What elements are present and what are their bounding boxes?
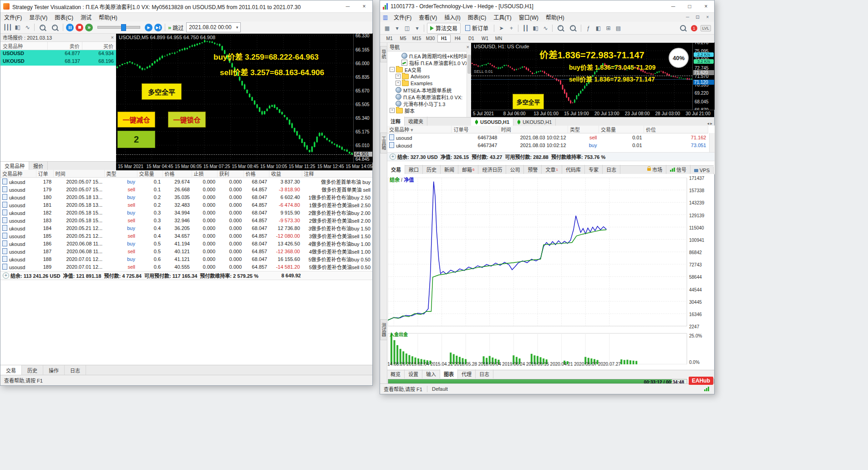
market-watch-close-icon[interactable]: × [111,35,114,40]
timeframe-mn[interactable]: MN [492,35,505,42]
trade-row-1[interactable]: usousd1792020.05.07 15...sell0.126.6680.… [0,185,372,193]
tree-expander-icon[interactable]: + [396,74,401,79]
trade-row-5[interactable]: usousd1832020.05.18 15...sell0.332.9460.… [0,216,372,224]
child-control-0[interactable]: ─ [683,13,692,22]
trades-col-0[interactable]: 交易品种 [0,170,36,178]
positions-col-2[interactable]: 时间 [499,126,568,133]
positions-col-5[interactable]: 价位 [644,126,708,133]
bars-mode-icon[interactable]: ┃┃ [521,24,530,33]
filter-dropdown-icon[interactable]: ▾ [409,127,413,133]
bottom-tab-3[interactable]: 日志 [65,365,86,375]
navigator-tab-1[interactable]: 收藏夹 [405,117,427,126]
bottom-tab-0[interactable]: 交易 [0,365,22,375]
positions-col-0[interactable]: 交易品种 ▾ [387,126,452,133]
left-menu-1[interactable]: 显示(V) [25,12,51,22]
mw-tab-0[interactable]: 交易品种 [0,162,29,170]
fast-forward-button[interactable]: » [85,24,93,31]
trades-col-3[interactable]: 类型 [104,170,137,178]
mw-row-1[interactable]: UKOUSD68.13768.196 [0,58,116,66]
trade-row-2[interactable]: ukousd1802020.05.18 13...buy0.235.0350.0… [0,193,372,201]
close-button[interactable]: × [698,1,714,12]
new-chart-icon[interactable]: ▦ [382,24,391,33]
tree-expander-icon[interactable]: + [390,108,395,113]
main-chart[interactable]: USOUSD, H1: US Crude 价差1.836=72.983-71.1… [471,42,714,117]
timeframe-h4[interactable]: H4 [451,35,464,42]
left-menu-2[interactable]: 图表(C) [51,12,77,22]
trade-row-7[interactable]: usousd1852020.05.21 12...sell0.434.6570.… [0,232,372,240]
close-all-button[interactable]: 多空全平 [513,94,544,109]
trade-row-3[interactable]: usousd1812020.05.18 13...sell0.232.4830.… [0,201,372,209]
position-row-1[interactable]: ukousd64673472021.08.03 10:02:12buy0.017… [387,141,708,149]
step-forward-button[interactable]: ▶ [154,24,162,31]
trade-row-0[interactable]: ukousd1782020.05.07 15...buy0.129.6740.0… [0,178,372,186]
cursor-icon[interactable]: ➤ [497,24,506,33]
toolbox-tab-11[interactable]: 日志 [603,165,620,174]
maximize-button[interactable]: □ [681,1,698,12]
trade-row-4[interactable]: ukousd1822020.05.18 15...buy0.334.9940.0… [0,209,372,216]
datetime-combobox[interactable]: 2021.08.02 00:00▾ [186,22,241,32]
trades-col-10[interactable]: 注释 [302,170,372,178]
navigator-tab-0[interactable]: 注释 [387,117,405,126]
positions-col-4[interactable]: 交易量 [599,126,644,133]
toolbox-tab-8[interactable]: 文章1 [542,165,562,174]
tester-tab-2[interactable]: 输入 [422,369,440,378]
mw-tab-1[interactable]: 报价 [29,162,48,170]
right-menu-4[interactable]: 工具(T) [490,12,515,22]
zoom-in-icon[interactable]: + [37,23,48,32]
toolbox-tab-4[interactable]: 邮箱6 [458,165,478,174]
tree-expander-icon[interactable]: + [396,81,401,86]
tester-tab-3[interactable]: 图表 [440,369,458,378]
side-tab-0[interactable]: 导航 [380,46,387,62]
navigator-item-2[interactable]: -EA交易 [388,66,472,73]
toolbox-tab-3[interactable]: 新闻 [441,165,458,174]
profiles-icon[interactable]: ◫ [402,24,411,33]
trades-col-2[interactable]: 时间 [53,170,104,178]
tester-tab-4[interactable]: 代理 [458,369,476,378]
right-menu-0[interactable]: 文件(F) [390,12,415,22]
data-window-icon[interactable]: ▤ [614,24,623,33]
navigator-item-1[interactable]: 指标 П.EA 原油套利1.0 VX: [388,59,472,66]
zoom-in-icon[interactable]: + [555,24,566,33]
toolbox-tab-0[interactable]: 交易 [387,165,405,174]
search-icon[interactable] [677,24,689,33]
profiles-dropdown-icon[interactable]: ▾ [412,24,421,33]
trades-col-6[interactable]: 止损 [192,170,217,178]
new-order-button[interactable]: 新订单 [462,23,491,33]
navigator-item-7[interactable]: 元滑布林小马丁1.3 [388,100,472,107]
tester-tab-0[interactable]: 概览 [387,369,405,378]
position-row-0[interactable]: usousd64673482021.08.03 10:02:12sell0.01… [387,133,708,142]
tester-tab-5[interactable]: 日志 [476,369,493,378]
skip-control[interactable]: »跳过 [168,24,183,31]
crosshair-icon[interactable]: + [507,24,516,33]
minimize-button[interactable]: ─ [340,1,356,12]
left-menu-3[interactable]: 测试 [77,12,95,22]
timeframe-d1[interactable]: D1 [465,35,478,42]
toolbox-tab-10[interactable]: 专家 [585,165,603,174]
timeframe-m15[interactable]: M15 [410,35,423,42]
tester-chart[interactable]: USOUSD,M5 64.899 64.955 64.750 64.908 bu… [116,33,372,170]
right-menu-2[interactable]: 插入(I) [441,12,464,22]
mw-col-1[interactable]: 卖价 [48,42,82,50]
reduce-position-button[interactable]: 一键减仓 [117,112,155,128]
trades-table[interactable]: 交易品种订单时间类型交易量价格止损获利价格收益注释ukousd1782020.0… [0,170,372,271]
left-menu-0[interactable]: 文件(F) [0,12,25,22]
speed-slider[interactable] [97,26,140,29]
lock-position-button[interactable]: 一键锁仓 [168,112,206,128]
new-chart-dropdown-icon[interactable]: ▾ [392,24,401,33]
close-all-button[interactable]: 多空全平 [142,83,182,100]
toolbox-tab-2[interactable]: 历史 [423,165,441,174]
left-menu-4[interactable]: 帮助(H) [95,12,121,22]
algo-trading-button[interactable]: 算法交易 [427,23,461,34]
right-menu-6[interactable]: 帮助(H) [542,12,568,22]
candle-chart-icon[interactable]: ▮▯ [13,23,22,32]
mw-col-0[interactable]: 交易品种 [0,42,48,50]
chart-tab-arrows[interactable]: ◂ ▸ [705,121,714,126]
tester-tab-1[interactable]: 设置 [405,369,422,378]
toolbox-tab-9[interactable]: 代码库 [562,165,585,174]
line-chart-icon[interactable]: ∿ [23,23,32,32]
right-menu-3[interactable]: 图表(C) [464,12,490,22]
trade-row-8[interactable]: ukousd1862020.06.08 11...buy0.541.1940.0… [0,240,372,247]
trades-col-5[interactable]: 价格 [162,170,192,178]
bottom-tab-2[interactable]: 操作 [43,365,65,375]
tree-expander-icon[interactable]: - [390,67,395,72]
